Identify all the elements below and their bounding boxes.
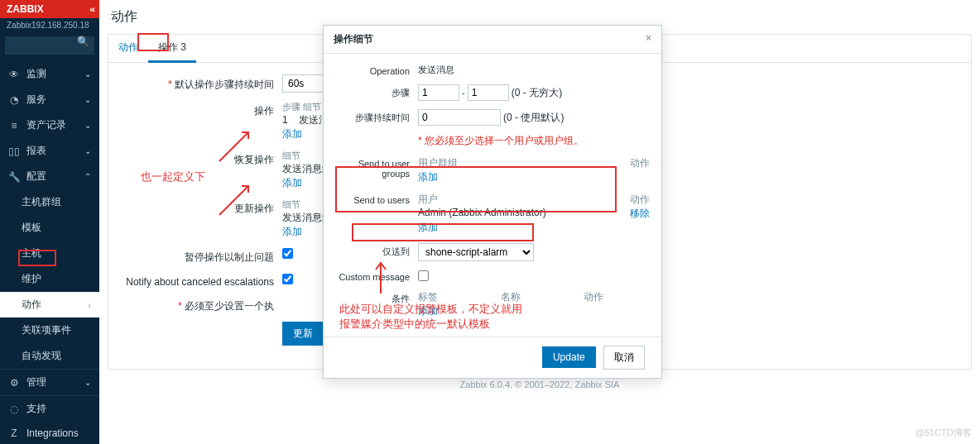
arrow-icon — [215, 124, 257, 165]
label-recovery: 恢复操作 — [125, 150, 282, 167]
nav-config-maintenance[interactable]: 维护 — [0, 266, 99, 292]
annotation-left: 也一起定义下 — [141, 169, 205, 184]
annotation-bottom1: 此处可以自定义报警模板，不定义就用 — [339, 302, 522, 317]
modal-footer: Update 取消 — [324, 337, 661, 378]
chart-icon: ▯▯ — [8, 146, 20, 157]
nav-report[interactable]: ▯▯报表⌄ — [0, 138, 99, 164]
chevron-down-icon: ⌄ — [84, 378, 91, 387]
nav-label: 配置 — [26, 169, 46, 184]
nav-config-templates[interactable]: 模板 — [0, 215, 99, 241]
label-pause: 暂停操作以制止问题 — [125, 247, 282, 265]
checkbox-notify[interactable] — [282, 274, 293, 284]
step-duration-note: (0 - 使用默认) — [503, 112, 564, 123]
lifebuoy-icon: ◌ — [8, 403, 20, 415]
m-val-operation: 发送消息 — [418, 64, 650, 76]
chevron-down-icon: ⌄ — [84, 121, 91, 130]
annotation-bottom2: 报警媒介类型中的统一默认模板 — [339, 317, 490, 332]
users-add[interactable]: 添加 — [418, 221, 650, 235]
checkbox-pause[interactable] — [282, 248, 293, 259]
cond-head-action: 动作 — [584, 290, 603, 304]
nav-label: 主机 — [22, 246, 41, 260]
list-icon: ≡ — [8, 120, 20, 131]
chevron-down-icon: ⌄ — [84, 146, 91, 155]
nav-label: 关联项事件 — [22, 323, 71, 337]
nav-config-correlation[interactable]: 关联项事件 — [0, 317, 99, 343]
nav-label: Integrations — [26, 427, 79, 439]
nav-config-actions[interactable]: 动作 — [0, 292, 99, 317]
nav-asset[interactable]: ≡资产记录⌄ — [0, 112, 99, 138]
input-step-from[interactable] — [418, 84, 459, 101]
m-label-steps: 步骤 — [335, 84, 418, 99]
nav-label: 主机群组 — [22, 195, 61, 209]
input-step-duration[interactable] — [418, 109, 501, 126]
modal-title: 操作细节 — [334, 32, 373, 46]
nav-label: 维护 — [22, 272, 41, 286]
modal-header: 操作细节 × — [324, 26, 661, 54]
close-icon[interactable]: × — [646, 32, 651, 46]
user-row: Admin (Zabbix Administrator) — [418, 207, 546, 221]
nav-label: 报表 — [26, 144, 46, 158]
chevron-down-icon: ⌄ — [84, 95, 91, 104]
server-info: Zabbix192.168.250.18 — [0, 18, 99, 35]
modal-btn-update[interactable]: Update — [542, 346, 596, 368]
nav-label: 监测 — [26, 67, 46, 81]
nav-label: 服务 — [26, 93, 46, 107]
logo: ZABBIX « ‹ — [0, 0, 99, 18]
nav-label: 管理 — [26, 375, 46, 389]
nav-label: 资产记录 — [26, 118, 66, 132]
nav-config-discovery[interactable]: 自动发现 — [0, 343, 99, 369]
label-default-duration: 默认操作步骤持续时间 — [125, 74, 282, 92]
groups-add[interactable]: 添加 — [418, 170, 650, 184]
step-note: (0 - 无穷大) — [512, 87, 562, 98]
select-send-only[interactable]: shone-script-alarm — [418, 243, 534, 261]
nav-support[interactable]: ◌支持 — [0, 395, 99, 422]
nav-monitor[interactable]: 👁监测⌄ — [0, 61, 99, 87]
nav-admin[interactable]: ⚙管理⌄ — [0, 369, 99, 395]
arrow-icon — [215, 178, 257, 219]
nav-config-hostgroups[interactable]: 主机群组 — [0, 189, 99, 215]
arrow-icon — [368, 256, 393, 298]
watermark: @51CTO博客 — [915, 427, 972, 439]
nav-integrations[interactable]: ZIntegrations — [0, 422, 99, 444]
m-label-operation: Operation — [335, 64, 418, 76]
search-icon[interactable]: 🔍 — [77, 36, 89, 47]
label-update-op: 更新操作 — [125, 198, 282, 216]
eye-icon: 👁 — [8, 69, 20, 80]
nav-label: 支持 — [26, 402, 46, 416]
nav-config-hosts[interactable]: 主机 — [0, 241, 99, 266]
checkbox-custom-msg[interactable] — [418, 270, 429, 281]
nav-service[interactable]: ◔服务⌄ — [0, 87, 99, 112]
sidebar: ZABBIX « ‹ Zabbix192.168.250.18 🔍 👁监测⌄ ◔… — [0, 0, 99, 444]
groups-head-user: 用户群组 — [418, 156, 458, 170]
op-step: 1 — [282, 114, 288, 126]
z-icon: Z — [8, 427, 20, 439]
users-head-action: 动作 — [630, 193, 650, 207]
m-required-note: * 您必须至少选择一个用户或用户组。 — [418, 134, 650, 148]
logo-text: ZABBIX — [7, 3, 44, 15]
user-remove[interactable]: 移除 — [630, 207, 650, 221]
nav-config[interactable]: 🔧配置⌃ — [0, 164, 99, 189]
m-label-step-duration: 步骤持续时间 — [335, 109, 418, 124]
required-note: 必须至少设置一个执 — [125, 296, 282, 313]
label-notify: Notify about canceled escalations — [125, 273, 282, 288]
nav-label: 自动发现 — [22, 349, 61, 363]
input-step-to[interactable] — [468, 84, 509, 101]
label-operation: 操作 — [125, 101, 282, 118]
m-label-send-groups: Send to user groups — [335, 156, 418, 179]
collapse-icon[interactable]: « ‹ — [89, 4, 93, 14]
nav-label: 动作 — [22, 298, 41, 312]
gauge-icon: ◔ — [8, 94, 20, 106]
wrench-icon: 🔧 — [8, 171, 20, 183]
m-label-send-users: Send to users — [335, 193, 418, 205]
chevron-down-icon: ⌄ — [84, 69, 91, 79]
chevron-up-icon: ⌃ — [84, 172, 91, 181]
gear-icon: ⚙ — [8, 377, 20, 389]
modal-btn-cancel[interactable]: 取消 — [603, 346, 645, 370]
groups-head-action: 动作 — [630, 156, 650, 170]
users-head-user: 用户 — [418, 193, 438, 207]
search-wrap: 🔍 — [0, 35, 99, 61]
btn-update[interactable]: 更新 — [282, 322, 324, 346]
nav-label: 模板 — [22, 221, 41, 235]
tab-action[interactable]: 动作 — [108, 35, 148, 62]
tab-operations[interactable]: 操作 3 — [148, 35, 196, 63]
